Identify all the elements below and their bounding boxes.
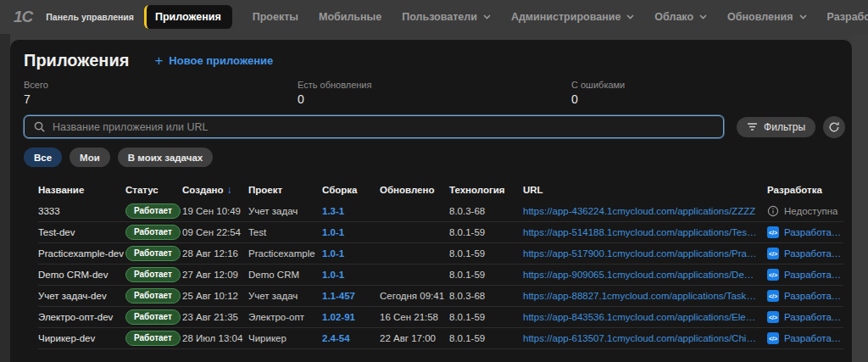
filter-chip[interactable]: В моих задачах: [118, 148, 213, 167]
applications-panel: Приложения + Новое приложение Всего 7 Ес…: [10, 40, 852, 362]
table-row[interactable]: Чирикер-dev Работает 28 Июл 13:04 Чирике…: [38, 328, 843, 349]
develop-action[interactable]: </> Разработать...: [767, 311, 843, 323]
chevron-down-icon: [483, 14, 491, 19]
column-header[interactable]: Проект: [248, 185, 322, 195]
updated-date: 22 Авг 17:00: [380, 333, 449, 343]
app-url-link[interactable]: https://app-514188.1cmycloud.com/applica…: [523, 227, 767, 237]
new-application-button[interactable]: + Новое приложение: [154, 53, 273, 70]
created-date: 28 Авг 12:16: [182, 248, 248, 259]
develop-action[interactable]: </> Разработать...: [767, 248, 843, 259]
code-icon: </>: [767, 290, 779, 302]
tech-version: 8.0.1-59: [449, 248, 523, 259]
dev-unavailable: Недоступна: [767, 205, 837, 217]
column-header[interactable]: Статус: [125, 185, 182, 195]
project-name: Demo CRM: [248, 270, 322, 280]
develop-link: Разработать...: [784, 312, 843, 322]
plus-icon: +: [154, 53, 163, 70]
search-icon: [33, 120, 46, 133]
created-date: 09 Сен 22:54: [182, 227, 248, 237]
1c-logo: 1С: [14, 8, 32, 26]
dashboard-label[interactable]: Панель управления: [46, 12, 134, 22]
build-link[interactable]: 1.0-1: [322, 248, 344, 259]
build-link[interactable]: 1.3-1: [322, 206, 344, 216]
stats-row: Всего 7 Есть обновления 0 С ошибками 0: [24, 80, 845, 106]
app-url-link[interactable]: https://app-909065.1cmycloud.com/applica…: [523, 270, 767, 280]
table-row[interactable]: Demo CRM-dev Работает 27 Авг 12:09 Demo …: [38, 265, 843, 286]
project-name: Чирикер: [248, 333, 322, 343]
app-name: Test-dev: [38, 227, 125, 237]
nav-item-3[interactable]: Пользователи: [402, 11, 491, 23]
updated-date: 16 Сен 21:58: [380, 312, 449, 322]
status-badge: Работает: [125, 309, 181, 325]
app-url-link[interactable]: https://app-843536.1cmycloud.com/applica…: [523, 312, 767, 322]
develop-action[interactable]: </> Разработать...: [767, 332, 843, 344]
develop-link: Разработать...: [784, 270, 843, 280]
code-icon: </>: [767, 248, 779, 259]
stat-value: 0: [571, 92, 845, 106]
filter-chips: Все Мои В моих задачах: [24, 148, 845, 167]
filter-chip[interactable]: Мои: [70, 148, 110, 167]
column-header[interactable]: Технология: [449, 185, 523, 195]
build-link[interactable]: 1.02-91: [322, 312, 355, 322]
develop-action[interactable]: </> Разработать...: [767, 290, 843, 302]
top-navbar: 1С Панель управления Приложения Проекты …: [0, 0, 868, 34]
app-url-link[interactable]: https://app-613507.1cmycloud.com/applica…: [523, 333, 767, 343]
table-header-row: Название Статус Создано ↓ Проект Сборка …: [38, 178, 843, 201]
column-header[interactable]: Обновлено: [380, 185, 449, 195]
project-name: Test: [248, 227, 322, 237]
app-name: Учет задач-dev: [38, 291, 125, 301]
stat-value: 7: [24, 92, 298, 106]
column-header[interactable]: Название: [38, 185, 125, 195]
column-header[interactable]: Создано ↓: [182, 184, 248, 196]
develop-link: Разработать...: [784, 291, 843, 301]
created-date: 25 Авг 10:12: [182, 291, 248, 301]
status-badge: Работает: [125, 203, 181, 219]
page-title: Приложения: [24, 51, 129, 70]
filter-chip[interactable]: Все: [24, 148, 62, 167]
build-link[interactable]: 1.0-1: [322, 227, 344, 237]
build-link[interactable]: 1.1-457: [322, 291, 355, 301]
nav-item-1[interactable]: Проекты: [253, 11, 298, 23]
created-date: 19 Сен 10:49: [182, 206, 248, 216]
build-link[interactable]: 1.0-1: [322, 270, 344, 280]
search-input[interactable]: [53, 121, 715, 133]
code-icon: </>: [767, 332, 779, 344]
develop-action[interactable]: </> Разработать...: [767, 226, 843, 238]
search-box: [24, 115, 724, 138]
filters-button[interactable]: Фильтры: [737, 117, 815, 137]
tech-version: 8.0.1-59: [449, 312, 523, 322]
refresh-button[interactable]: [823, 116, 845, 138]
nav-item-0[interactable]: Приложения: [144, 5, 232, 29]
app-url-link[interactable]: https://app-436224.1cmycloud.com/applica…: [523, 206, 767, 216]
nav-item-4[interactable]: Администрирование: [511, 11, 634, 23]
nav-items: Приложения Проекты Мобильные Пользовател…: [144, 5, 868, 29]
left-edge-strip: [0, 34, 10, 362]
nav-item-7[interactable]: Разработка: [827, 11, 868, 23]
app-url-link[interactable]: https://app-517900.1cmycloud.com/applica…: [523, 248, 767, 259]
table-row[interactable]: Электро-опт-dev Работает 23 Авг 21:35 Эл…: [38, 307, 843, 328]
scrollbar[interactable]: [852, 34, 868, 362]
build-link[interactable]: 2.4-54: [322, 333, 350, 343]
column-header[interactable]: Сборка: [322, 185, 380, 195]
app-url-link[interactable]: https://app-88827.1cmycloud.com/applicat…: [523, 291, 767, 301]
nav-item-2[interactable]: Мобильные: [319, 11, 381, 23]
filter-icon: [747, 122, 758, 131]
nav-item-6[interactable]: Обновления: [727, 11, 806, 23]
app-name: Чирикер-dev: [38, 333, 125, 343]
chevron-down-icon: [799, 14, 807, 19]
table-row[interactable]: Practicexample-dev Работает 28 Авг 12:16…: [38, 243, 843, 265]
tech-version: 8.0.3-68: [449, 206, 523, 216]
nav-item-5[interactable]: Облако: [654, 11, 707, 23]
app-name: Demo CRM-dev: [38, 270, 125, 280]
project-name: Учет задач: [248, 206, 322, 216]
table-row[interactable]: Test-dev Работает 09 Сен 22:54 Test 1.0-…: [38, 222, 843, 243]
develop-action[interactable]: </> Разработать...: [767, 269, 843, 281]
table-row[interactable]: Учет задач-dev Работает 25 Авг 10:12 Уче…: [38, 286, 843, 307]
table-row[interactable]: 3333 Работает 19 Сен 10:49 Учет задач 1.…: [38, 201, 843, 222]
column-header[interactable]: URL: [523, 185, 767, 195]
chevron-down-icon: [699, 14, 707, 19]
tech-version: 8.0.3-68: [449, 291, 523, 301]
column-header[interactable]: Разработка: [767, 185, 843, 195]
tech-version: 8.0.1-59: [449, 270, 523, 280]
stat-label: Есть обновления: [298, 80, 571, 90]
